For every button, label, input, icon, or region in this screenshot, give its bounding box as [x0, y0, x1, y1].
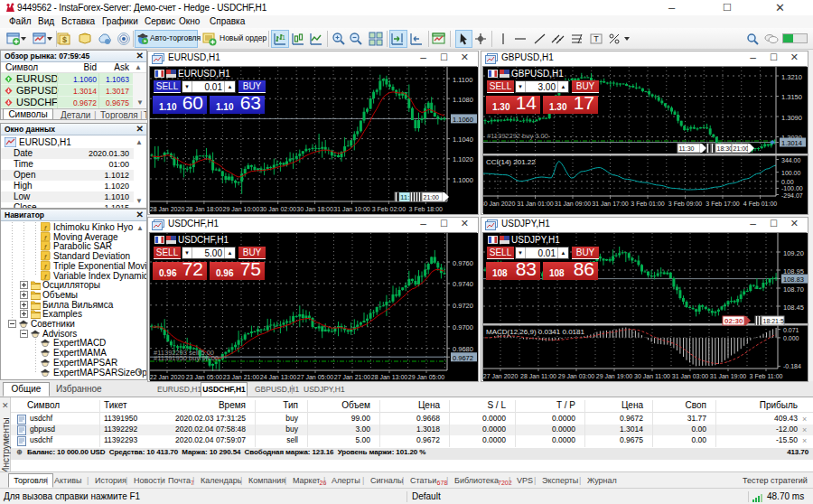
svg-text:11:: 11:	[400, 193, 410, 201]
svg-text:0.9680: 0.9680	[453, 345, 473, 353]
svg-text:30 Jan 2020: 30 Jan 2020	[483, 201, 515, 207]
svg-text:31 Jan 17:00: 31 Jan 17:00	[592, 201, 629, 207]
svg-text:31 Jan 09:00: 31 Jan 09:00	[555, 201, 592, 207]
svg-text:24 Jan 13:00: 24 Jan 13:00	[260, 374, 297, 380]
svg-text:29 Jan 05:00: 29 Jan 05:00	[408, 374, 445, 380]
svg-text:0.071: 0.071	[783, 327, 799, 333]
svg-text:344.00: 344.00	[781, 157, 801, 163]
svg-text:0.9720: 0.9720	[453, 302, 473, 310]
svg-text:29 Jan 03:00: 29 Jan 03:00	[558, 373, 595, 379]
svg-text:27 Jan 21:00: 27 Jan 21:00	[334, 374, 371, 380]
svg-text:MACD(12,26,9) 0.0341 0.0181: MACD(12,26,9) 0.0341 0.0181	[486, 328, 585, 336]
svg-text:29 Jan 10:00: 29 Jan 10:00	[223, 206, 260, 212]
svg-text:29 Jan 19:00: 29 Jan 19:00	[596, 373, 633, 379]
svg-text:27 Jan 2020: 27 Jan 2020	[483, 373, 518, 379]
svg-text:1.3090: 1.3090	[781, 114, 802, 122]
svg-text:T: T	[593, 34, 599, 43]
svg-text:11:30: 11:30	[679, 145, 695, 152]
svg-text:$: $	[62, 35, 67, 44]
svg-text:28 Jan 2020: 28 Jan 2020	[150, 206, 184, 212]
svg-text:21:00: 21:00	[424, 194, 440, 201]
svg-text:#11392292 buy 3.00: #11392292 buy 3.00	[487, 132, 548, 140]
svg-text:30 Jan 18:00: 30 Jan 18:00	[296, 206, 333, 212]
svg-text:3 Feb 11:00: 3 Feb 11:00	[750, 373, 783, 379]
svg-text:27 Jan 05:00: 27 Jan 05:00	[297, 374, 334, 380]
svg-text:1.1000: 1.1000	[453, 176, 473, 184]
svg-text:108.45: 108.45	[783, 303, 804, 312]
svg-text:1.1040: 1.1040	[453, 135, 473, 144]
svg-text:23 Jan 05:00: 23 Jan 05:00	[186, 374, 223, 380]
svg-text:1.3014: 1.3014	[781, 139, 802, 147]
svg-text:3 Feb 09:00: 3 Feb 09:00	[668, 201, 702, 207]
svg-text:3 Feb 18:00: 3 Feb 18:00	[409, 206, 443, 212]
svg-text:108.70: 108.70	[783, 285, 804, 294]
svg-text:3 Feb 02:00: 3 Feb 02:00	[372, 206, 406, 212]
svg-text:31 Jan 01:00: 31 Jan 01:00	[517, 201, 554, 207]
svg-text:0.9672: 0.9672	[453, 354, 473, 362]
svg-text:-0.184: -0.184	[783, 363, 801, 369]
svg-text:30 Jan 11:00: 30 Jan 11:00	[634, 373, 670, 379]
svg-text:0.00: 0.00	[781, 179, 794, 185]
svg-text:1.1020: 1.1020	[453, 155, 473, 163]
svg-text:28 Jan 18:00: 28 Jan 18:00	[186, 206, 223, 212]
svg-text:#11391950 buy 99.00: #11391950 buy 99.00	[154, 354, 219, 362]
svg-text:0.9740: 0.9740	[453, 280, 473, 288]
svg-text:28 Jan 13:00: 28 Jan 13:00	[371, 374, 408, 380]
svg-text:108.95: 108.95	[783, 267, 804, 275]
svg-text:1.3210: 1.3210	[781, 73, 802, 81]
svg-text:3 Feb 17:00: 3 Feb 17:00	[706, 201, 739, 207]
svg-text:-100.00: -100.00	[781, 185, 803, 191]
svg-text:3 Feb 01:00: 3 Feb 01:00	[631, 201, 664, 207]
svg-text:30 Jan 02:00: 30 Jan 02:00	[259, 206, 296, 212]
svg-text:1.1060: 1.1060	[453, 116, 473, 124]
svg-text:31 Jan 19:00: 31 Jan 19:00	[710, 373, 747, 379]
svg-text:21:00: 21:00	[734, 145, 750, 152]
svg-text:31 Jan 10:00: 31 Jan 10:00	[333, 206, 370, 212]
svg-text:1.1080: 1.1080	[453, 96, 473, 104]
svg-text:108.83: 108.83	[783, 275, 804, 284]
svg-text:02:30: 02:30	[724, 317, 743, 325]
svg-text:23 Jan 21:00: 23 Jan 21:00	[223, 374, 260, 380]
svg-text:22 Jan 2020: 22 Jan 2020	[150, 374, 184, 380]
svg-text:18:21:5: 18:21:5	[763, 318, 784, 324]
svg-text:1.3150: 1.3150	[781, 93, 802, 101]
svg-text:1: 1	[282, 34, 285, 41]
svg-text:18:30: 18:30	[717, 145, 734, 152]
svg-text:100.00: 100.00	[781, 170, 801, 176]
svg-text:CCI(14) 201.22: CCI(14) 201.22	[486, 158, 536, 166]
svg-text:0.000: 0.000	[783, 335, 799, 341]
svg-text:1.1100: 1.1100	[453, 76, 472, 84]
svg-text:28 Jan 11:00: 28 Jan 11:00	[520, 373, 556, 379]
svg-text:0.9760: 0.9760	[453, 259, 473, 267]
svg-text:0.9700: 0.9700	[453, 323, 473, 331]
svg-text:31 Jan 03:00: 31 Jan 03:00	[672, 373, 709, 379]
svg-text:-294.07: -294.07	[781, 192, 803, 199]
svg-text:109.20: 109.20	[783, 249, 804, 257]
svg-text:4 Feb 01:00: 4 Feb 01:00	[743, 201, 777, 207]
